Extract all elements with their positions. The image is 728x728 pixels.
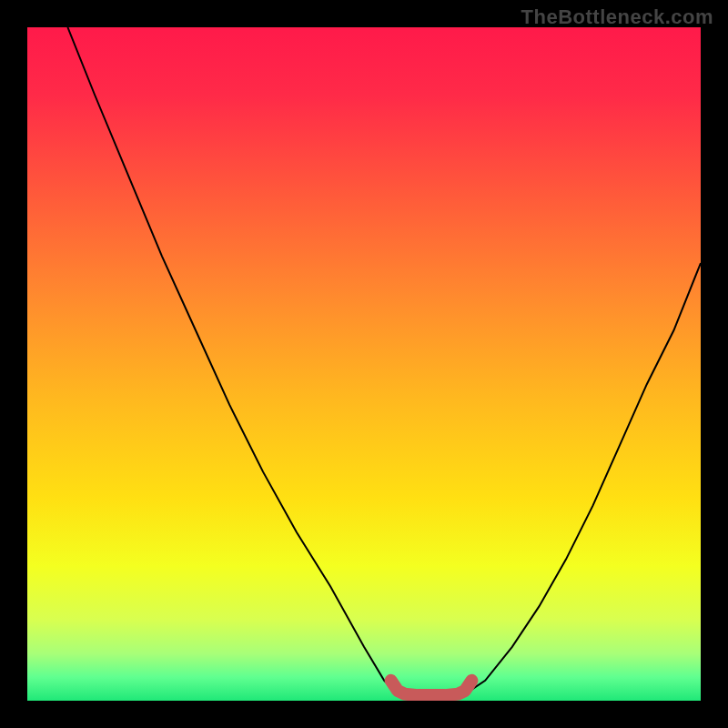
curves-layer xyxy=(27,27,701,701)
left-curve xyxy=(67,27,398,694)
chart-frame: TheBottleneck.com xyxy=(0,0,728,728)
bottom-marker xyxy=(391,681,472,695)
watermark-text: TheBottleneck.com xyxy=(521,5,713,29)
right-curve xyxy=(465,263,701,694)
plot-area xyxy=(27,27,701,701)
